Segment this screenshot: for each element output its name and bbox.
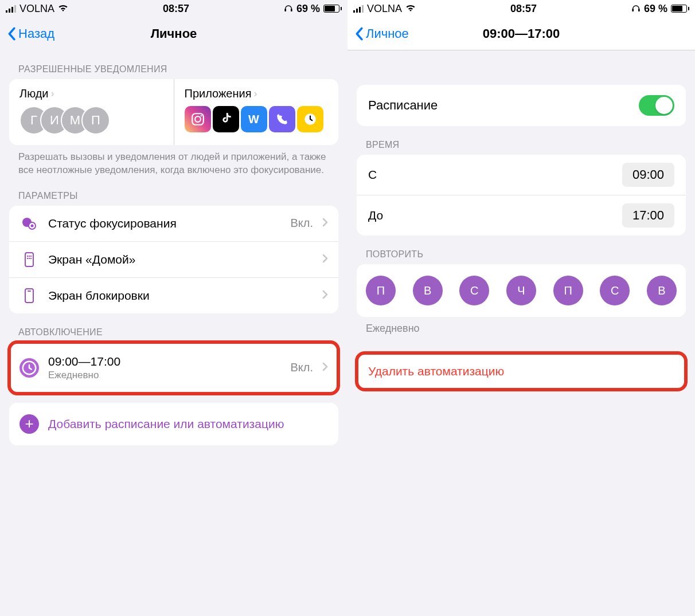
svg-rect-19 [632,9,634,11]
back-label: Личное [366,26,409,41]
clock-icon [19,358,39,378]
battery-icon [671,5,689,13]
svg-rect-9 [25,253,33,266]
wifi-icon [58,3,68,15]
people-label: Люди [19,87,49,100]
focus-status-icon [19,215,39,232]
battery-pct-label: 69 % [296,3,320,15]
battery-pct-label: 69 % [644,3,667,15]
svg-rect-17 [28,291,31,292]
add-schedule-row[interactable]: + Добавить расписание или автоматизацию [9,403,338,445]
schedule-card: 09:00—17:00 Ежедневно Вкл. [9,342,338,394]
chevron-right-icon: › [51,88,54,100]
schedule-row[interactable]: 09:00—17:00 Ежедневно Вкл. [9,342,338,394]
vk-icon: W [241,106,267,132]
home-screen-icon [19,251,39,268]
status-bar: VOLNA 08:57 69 % [348,0,695,17]
lock-screen-row[interactable]: Экран блокировки [9,277,338,313]
svg-point-11 [29,256,30,257]
nav-bar: Назад Личное [0,17,348,50]
headphones-icon [631,3,641,15]
section-header-repeat: ПОВТОРИТЬ [348,236,695,264]
svg-rect-20 [638,9,640,11]
plus-icon: + [19,414,39,434]
schedule-toggle-row: Расписание [357,85,686,126]
chevron-right-icon [322,254,328,265]
carrier-label: VOLNA [367,3,402,15]
schedule-toggle-label: Расписание [368,98,438,113]
svg-point-13 [27,258,28,259]
chevron-left-icon [354,27,364,41]
time-card: С 09:00 До 17:00 [357,155,686,236]
chevron-right-icon [322,290,328,301]
section-header-params: ПАРАМЕТРЫ [0,177,348,206]
time-to-row: До 17:00 [357,195,686,236]
back-label: Назад [18,26,54,41]
home-screen-row[interactable]: Экран «Домой» [9,241,338,277]
people-cell[interactable]: Люди › Г И М П [9,79,174,145]
repeat-days-card: П В С Ч П С В [357,264,686,317]
svg-rect-0 [284,9,286,11]
day-button[interactable]: С [459,276,489,305]
day-button[interactable]: С [600,276,630,305]
allowed-footer-text: Разрешать вызовы и уведомления от людей … [0,145,348,177]
avatar: П [81,106,110,135]
clock-icon [297,106,323,132]
back-button[interactable]: Личное [354,26,409,41]
instagram-icon [185,106,211,132]
svg-point-15 [30,258,32,259]
schedule-toggle[interactable] [639,95,674,116]
section-header-allowed: РАЗРЕШЕННЫЕ УВЕДОМЛЕНИЯ [0,50,348,79]
section-header-auto: АВТОВКЛЮЧЕНИЕ [0,313,348,342]
chevron-right-icon: › [254,88,257,100]
apps-cell[interactable]: Приложения › W [174,79,339,145]
add-schedule-label: Добавить расписание или автоматизацию [48,416,328,431]
time-from-row: С 09:00 [357,155,686,195]
svg-point-3 [195,116,201,122]
people-avatars: Г И М П [19,106,163,135]
carrier-label: VOLNA [19,3,54,15]
time-from-value[interactable]: 09:00 [622,163,674,187]
repeat-caption: Ежедневно [348,317,695,335]
viber-icon [269,106,295,132]
chevron-right-icon [322,218,328,229]
chevron-right-icon [322,362,328,374]
phone-left: VOLNA 08:57 69 % Назад Личное РАЗРЕШЕННЫ… [0,0,348,616]
apps-label: Приложения [185,87,252,100]
day-button[interactable]: В [413,276,443,305]
day-button[interactable]: В [647,276,677,305]
tiktok-icon [213,106,239,132]
lock-screen-icon [19,287,39,304]
svg-point-4 [200,115,202,117]
chevron-left-icon [7,27,16,41]
time-from-label: С [368,168,377,182]
day-button[interactable]: П [553,276,583,305]
focus-status-value: Вкл. [290,217,313,230]
allowed-notifications-card: Люди › Г И М П Приложения › W [9,79,338,145]
section-header-time: ВРЕМЯ [348,126,695,155]
home-screen-label: Экран «Домой» [48,253,313,266]
time-to-label: До [368,209,383,222]
focus-status-row[interactable]: Статус фокусирования Вкл. [9,206,338,241]
back-button[interactable]: Назад [7,26,54,41]
status-bar: VOLNA 08:57 69 % [0,0,348,17]
clock-label: 08:57 [510,3,537,15]
add-schedule-card: + Добавить расписание или автоматизацию [9,403,338,445]
focus-status-label: Статус фокусирования [48,217,281,230]
time-to-value[interactable]: 17:00 [622,203,674,227]
day-button[interactable]: П [366,276,396,305]
battery-icon [323,5,342,13]
delete-automation-label: Удалить автоматизацию [368,364,504,378]
day-button[interactable]: Ч [506,276,536,305]
svg-point-14 [29,258,30,259]
svg-point-10 [27,256,28,257]
delete-automation-button[interactable]: Удалить автоматизацию [357,353,686,390]
headphones-icon [284,3,293,15]
clock-label: 08:57 [163,3,189,15]
schedule-time-label: 09:00—17:00 [48,355,281,368]
schedule-value: Вкл. [290,361,313,374]
svg-point-12 [30,256,32,257]
phone-right: VOLNA 08:57 69 % Личное 09:00—17:00 Расп… [348,0,695,616]
wifi-icon [405,3,416,15]
nav-bar: Личное 09:00—17:00 [348,17,695,50]
